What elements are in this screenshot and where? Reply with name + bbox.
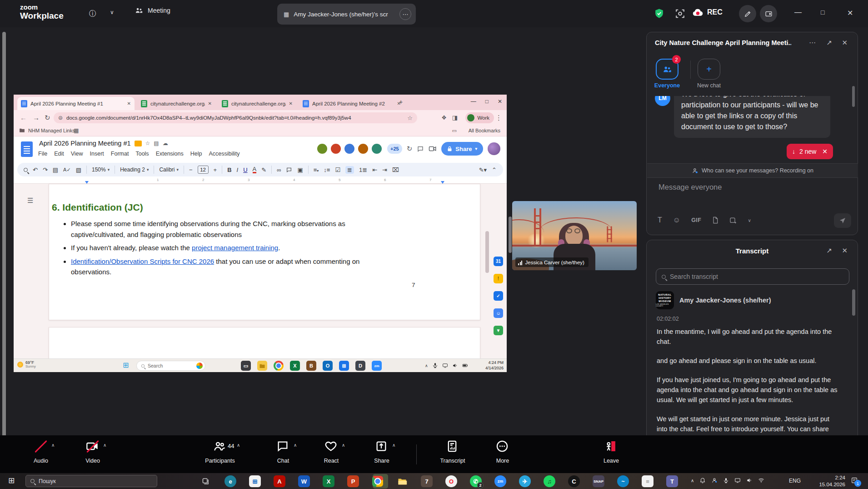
doc-bullet[interactable]: Please spend some time identifying obser… [71,218,381,240]
audio-button[interactable]: undefined∧Audio [16,440,66,464]
font-select[interactable]: Calibri▾ [159,166,179,173]
tab-shared-screen[interactable]: ▦ Amy Jaecker-Jones (she/her)'s scr ⋯ [277,4,416,25]
maximize-button[interactable]: □ [821,9,824,16]
remote-app-file-explorer[interactable] [257,361,267,371]
language-indicator[interactable]: ENG [789,478,801,484]
taskbar-app-acrobat[interactable]: A [274,475,285,487]
tasks-icon[interactable]: ✓ [494,291,503,301]
remote-app-excel[interactable]: X [290,361,300,371]
attach-file-icon[interactable] [712,217,718,224]
menu-format[interactable]: Format [111,151,129,157]
tray-chevron-icon[interactable]: ∧ [691,478,694,483]
remote-app-paw-app[interactable]: B [306,361,316,371]
document-outline-icon[interactable]: ☰ [27,197,37,206]
taskbar-app-edge[interactable]: e [224,475,236,487]
taskbar-app-task-view[interactable] [200,475,212,487]
collaborator-avatar[interactable] [344,143,355,155]
remote-close-button[interactable]: ✕ [498,98,502,105]
site-settings-icon[interactable]: ⊜ [58,115,63,121]
insert-link-icon[interactable]: ∞ [277,166,281,173]
spellcheck-icon[interactable]: A✓ [63,167,71,173]
system-tray[interactable]: ∧ [691,477,764,484]
chat-button[interactable]: ∧Chat [258,440,308,464]
collaborator-overflow-badge[interactable]: +25 [387,144,402,154]
remote-weather-widget[interactable]: 69°FSunny [17,360,36,369]
editing-mode-icon[interactable]: ✎▾ [479,166,487,173]
participants-chevron-icon[interactable]: ∧ [237,443,240,448]
italic-icon[interactable]: I [237,166,239,173]
redo-icon[interactable]: ↷ [43,166,48,173]
all-bookmarks-label[interactable]: All Bookmarks [469,128,500,133]
share-chevron-icon[interactable]: ∧ [392,443,395,448]
share-button[interactable]: ∧Share [357,440,407,464]
comments-icon[interactable] [417,146,424,152]
participants-button[interactable]: 44∧Participants [195,440,245,464]
highlight-icon[interactable]: ✎ [261,166,266,173]
side-panel-icon[interactable]: ◨ [452,114,458,121]
taskbar-app-word[interactable]: W [298,475,310,487]
menu-accessibility[interactable]: Accessibility [209,151,240,157]
remote-app-discord[interactable]: D [355,361,365,371]
taskbar-app-spotify[interactable]: ♫ [544,475,555,487]
remote-minimize-button[interactable]: — [471,98,476,105]
align-icon[interactable]: ≡▾ [314,166,319,173]
taskbar-app-excel[interactable]: X [323,475,334,487]
document-page-next[interactable] [49,327,480,358]
zoom-select[interactable]: 150%▾ [92,166,110,173]
chat-chevron-icon[interactable]: ∧ [294,443,297,448]
taskbar-app-zoom[interactable]: zm [494,475,506,487]
close-tab-icon[interactable]: ✕ [127,101,131,106]
more-button[interactable]: More [478,440,528,464]
more-compose-chevron-icon[interactable]: ∨ [748,218,751,223]
chat-privacy-note[interactable]: Who can see your messages? Recording on [647,163,858,178]
chat-message[interactable]: We'd love to give out the certificates o… [674,96,830,138]
paragraph-style-select[interactable]: Heading 2▾ [120,166,149,173]
menu-extensions[interactable]: Extensions [156,151,184,157]
docs-scrollbar[interactable] [485,231,489,273]
taskbar-app-notepad[interactable]: ≡ [642,475,653,487]
account-avatar[interactable] [488,142,500,155]
text-color-icon[interactable]: A [253,166,257,173]
start-button[interactable]: ⊞ [8,477,15,484]
remote-start-button[interactable]: ⊞ [123,362,129,369]
chat-message-input[interactable] [658,182,844,192]
collaborator-avatar[interactable] [371,143,383,155]
docs-ruler[interactable]: 1234567 [14,176,507,184]
react-button[interactable]: ∧React [306,440,356,464]
new-tab-icon[interactable]: + [399,98,403,106]
leave-button[interactable]: Leave [586,440,636,464]
bulleted-list-icon[interactable]: ≣ [345,166,354,174]
maps-icon[interactable]: ▼ [494,326,503,335]
collaborator-avatar[interactable] [330,143,342,155]
video-button[interactable]: ∧Video [68,440,118,464]
taskbar-app-opera[interactable]: O [445,475,457,487]
version-history-icon[interactable]: ↻ [407,145,413,153]
menu-tools[interactable]: Tools [135,151,149,157]
reload-icon[interactable]: ↻ [45,114,50,122]
chat-close-icon[interactable]: ✕ [842,39,848,47]
transcript-popout-icon[interactable]: ↗ [826,247,832,255]
remote-app-outlook[interactable]: O [323,361,333,371]
info-icon[interactable]: ⓘ [89,9,96,19]
tray-chevron-icon[interactable]: ∧ [425,363,428,368]
keep-icon[interactable]: ! [494,274,503,283]
back-icon[interactable]: ← [20,114,27,121]
address-bar[interactable]: ⊜ docs.google.com/document/d/1nrHk7Ox4D8… [54,112,417,123]
remote-app-zoom[interactable]: zm [372,361,382,371]
decrease-indent-icon[interactable]: ⇤ [372,166,377,173]
print-icon[interactable]: ▤ [53,166,58,173]
menu-view[interactable]: View [71,151,83,157]
menu-insert[interactable]: Insert [90,151,104,157]
annotate-pencil-button[interactable] [739,5,756,22]
collaborator-avatar[interactable] [357,143,369,155]
browser-tab[interactable]: April 2026 Planning Meeting #2✕ [299,97,404,110]
collaborator-avatar[interactable] [316,143,328,155]
dismiss-icon[interactable]: ✕ [822,148,828,155]
share-view-scrollbar[interactable] [509,217,512,253]
close-button[interactable]: ✕ [847,9,853,17]
forward-icon[interactable]: → [33,114,40,121]
taskbar-app-dev-tool[interactable]: 7 [421,475,433,487]
chat-scrollbar[interactable] [852,86,855,107]
face-detection-icon[interactable] [674,8,686,20]
taskbar-clock[interactable]: 2:2415.04.2026 [807,474,845,488]
